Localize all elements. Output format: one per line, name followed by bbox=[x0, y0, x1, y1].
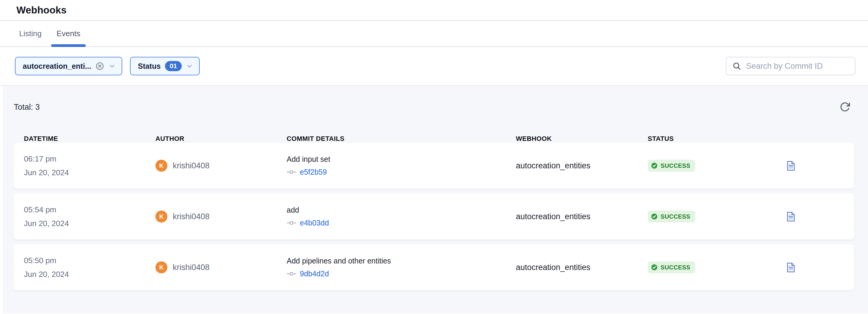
table-row: 05:54 pm Jun 20, 2024 K krishi0408 add e… bbox=[13, 194, 854, 239]
column-header-webhook: WEBHOOK bbox=[516, 135, 648, 143]
chevron-down-icon bbox=[186, 62, 193, 70]
event-date: Jun 20, 2024 bbox=[24, 270, 155, 279]
table-header-row: DATETIME AUTHOR COMMIT DETAILS WEBHOOK S… bbox=[13, 135, 854, 143]
filter-bar: autocreation_enti... Status 01 bbox=[0, 47, 868, 86]
status-badge: SUCCESS bbox=[648, 160, 695, 172]
avatar: K bbox=[155, 261, 167, 273]
status-label: SUCCESS bbox=[660, 162, 690, 169]
commit-details-cell: add e4b03dd bbox=[287, 206, 516, 227]
git-commit-icon bbox=[287, 221, 296, 225]
webhook-name: autocreation_entities bbox=[516, 263, 648, 272]
refresh-icon bbox=[839, 102, 851, 113]
avatar: K bbox=[155, 160, 167, 172]
check-circle-icon bbox=[651, 162, 658, 169]
status-badge: SUCCESS bbox=[648, 261, 695, 273]
git-commit-icon bbox=[287, 170, 296, 174]
event-date: Jun 20, 2024 bbox=[24, 168, 155, 177]
status-filter-chip[interactable]: Status 01 bbox=[130, 57, 200, 75]
status-filter-label: Status bbox=[138, 62, 160, 70]
column-header-status: STATUS bbox=[648, 135, 787, 143]
search-box bbox=[726, 57, 856, 75]
event-date: Jun 20, 2024 bbox=[24, 219, 155, 228]
datetime-cell: 06:17 pm Jun 20, 2024 bbox=[24, 154, 155, 177]
page-header: Webhooks bbox=[0, 0, 868, 21]
column-header-author: AUTHOR bbox=[155, 135, 287, 143]
chevron-down-icon bbox=[108, 62, 116, 70]
status-label: SUCCESS bbox=[660, 264, 690, 271]
commit-id-link[interactable]: 9db4d2d bbox=[300, 269, 329, 278]
commit-details-cell: Add pipelines and other entities 9db4d2d bbox=[287, 257, 516, 278]
payload-file-icon[interactable] bbox=[787, 161, 854, 171]
git-commit-icon bbox=[287, 272, 296, 276]
x-circle-icon[interactable] bbox=[95, 62, 104, 70]
commit-details-cell: Add input set e5f2b59 bbox=[287, 155, 516, 176]
event-time: 05:54 pm bbox=[24, 205, 155, 215]
webhook-name: autocreation_entities bbox=[516, 161, 648, 170]
status-badge: SUCCESS bbox=[648, 210, 695, 223]
commit-id-link[interactable]: e4b03dd bbox=[300, 219, 329, 227]
refresh-button[interactable] bbox=[839, 102, 851, 113]
author-name: krishi0408 bbox=[173, 212, 210, 221]
tab-listing[interactable]: Listing bbox=[19, 21, 41, 46]
page-title: Webhooks bbox=[17, 4, 67, 16]
author-cell: K krishi0408 bbox=[155, 210, 287, 223]
author-cell: K krishi0408 bbox=[155, 261, 287, 273]
status-count-badge: 01 bbox=[165, 61, 182, 71]
datetime-cell: 05:54 pm Jun 20, 2024 bbox=[24, 205, 155, 228]
events-content: Total: 3 DATETIME AUTHOR COMMIT DETAILS … bbox=[0, 86, 868, 313]
author-cell: K krishi0408 bbox=[155, 160, 287, 172]
check-circle-icon bbox=[651, 213, 658, 220]
column-header-datetime: DATETIME bbox=[24, 135, 155, 143]
payload-file-icon[interactable] bbox=[787, 212, 854, 222]
check-circle-icon bbox=[651, 264, 658, 271]
commit-message: Add pipelines and other entities bbox=[287, 257, 516, 265]
commit-message: add bbox=[287, 206, 516, 215]
content-head: Total: 3 bbox=[0, 86, 868, 113]
status-label: SUCCESS bbox=[660, 213, 690, 220]
commit-id-link[interactable]: e5f2b59 bbox=[300, 168, 327, 176]
search-icon bbox=[732, 62, 741, 70]
webhook-filter-chip[interactable]: autocreation_enti... bbox=[15, 57, 122, 75]
commit-message: Add input set bbox=[287, 155, 516, 164]
payload-file-icon[interactable] bbox=[787, 262, 854, 273]
tab-events[interactable]: Events bbox=[57, 21, 81, 46]
webhook-name: autocreation_entities bbox=[516, 212, 648, 221]
datetime-cell: 05:50 pm Jun 20, 2024 bbox=[24, 256, 155, 279]
avatar: K bbox=[155, 210, 167, 223]
table-row: 06:17 pm Jun 20, 2024 K krishi0408 Add i… bbox=[13, 143, 854, 189]
tab-events-label: Events bbox=[57, 29, 81, 38]
author-name: krishi0408 bbox=[173, 161, 210, 170]
webhook-filter-label: autocreation_enti... bbox=[23, 62, 91, 70]
column-header-commit-details: COMMIT DETAILS bbox=[287, 135, 516, 143]
event-time: 05:50 pm bbox=[24, 256, 155, 265]
event-time: 06:17 pm bbox=[24, 154, 155, 164]
author-name: krishi0408 bbox=[173, 263, 210, 272]
total-count: Total: 3 bbox=[14, 103, 40, 112]
tab-listing-label: Listing bbox=[19, 29, 41, 38]
tabs-bar: Listing Events bbox=[0, 21, 868, 47]
search-input[interactable] bbox=[746, 62, 849, 71]
table-row: 05:50 pm Jun 20, 2024 K krishi0408 Add p… bbox=[13, 244, 854, 290]
